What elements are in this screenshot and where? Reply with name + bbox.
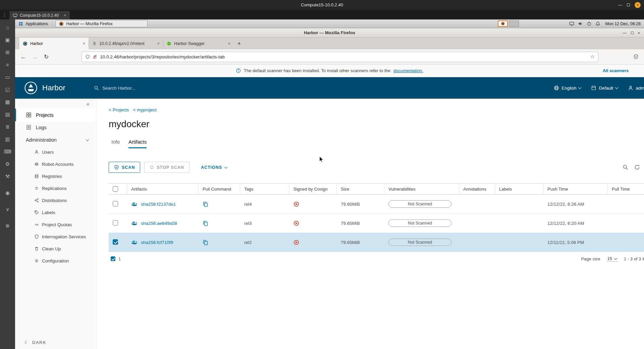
sidebar-item-replications[interactable]: Replications <box>15 182 96 194</box>
kebab-menu-icon[interactable]: ⋮ <box>0 12 9 17</box>
sidebar-item-logs[interactable]: Logs <box>15 121 96 134</box>
browser-tab-harbor[interactable]: Harbor × <box>19 38 89 49</box>
sidebar-item-registries[interactable]: Registries <box>15 170 96 182</box>
sidebar-collapse-button[interactable]: « <box>15 99 96 109</box>
reload-icon[interactable]: ↻ <box>44 54 49 60</box>
table-row-selected[interactable]: sha256:fcf710f9 rel2 79.65MiB <box>109 233 644 252</box>
dark-mode-toggle[interactable]: ☾ DARK <box>24 340 46 345</box>
toolbar-shield-icon[interactable] <box>633 54 639 59</box>
column-header[interactable]: Size <box>337 184 384 194</box>
copy-pull-command-icon[interactable] <box>203 240 208 245</box>
close-tab-icon[interactable]: × <box>157 41 160 46</box>
close-tab-icon[interactable]: × <box>228 41 230 46</box>
actions-dropdown-button[interactable]: ACTIONS <box>201 165 227 170</box>
settings-gear-icon[interactable]: ⚙ <box>0 161 15 167</box>
row-checkbox[interactable] <box>113 220 118 226</box>
fullscreen-icon[interactable]: ▣ <box>0 37 15 43</box>
sidebar-item-users[interactable]: Users <box>15 146 96 158</box>
table-row[interactable]: sha256:ae649a58 rel3 79.65MiB <box>109 214 644 233</box>
display-tray-icon[interactable] <box>569 21 574 26</box>
copy-pull-command-icon[interactable] <box>203 220 208 226</box>
column-header[interactable]: Pull Time <box>608 184 644 194</box>
global-search[interactable] <box>94 86 216 91</box>
workspace-1[interactable] <box>498 20 508 27</box>
documentation-link[interactable]: documentation. <box>393 68 423 73</box>
copy-pull-command-icon[interactable] <box>203 201 208 207</box>
sidebar-item-interrogation-services[interactable]: Interrogation Services <box>15 231 96 243</box>
minimize-icon[interactable]: — <box>618 3 622 7</box>
list-icon[interactable]: ≣ <box>0 123 15 130</box>
close-icon[interactable]: × <box>635 2 641 8</box>
power-icon[interactable] <box>587 21 592 26</box>
page-size-select[interactable]: 15 <box>606 256 618 262</box>
keyboard-icon[interactable]: ⌨ <box>0 148 15 155</box>
user-menu[interactable]: admin <box>628 85 644 91</box>
select-all-checkbox[interactable] <box>113 186 118 192</box>
disconnect-icon[interactable]: ⊗ <box>0 222 15 229</box>
forward-icon[interactable]: → <box>32 54 38 60</box>
sidebar-item-clean-up[interactable]: Clean Up <box>15 243 96 255</box>
theme-dropdown[interactable]: Default <box>591 85 618 91</box>
chevron-down-icon[interactable]: ∨ <box>0 206 15 213</box>
scaled-mode-icon[interactable]: ◱ <box>0 86 15 93</box>
search-input[interactable] <box>102 86 216 91</box>
windows-icon[interactable]: ▤ <box>0 111 15 118</box>
refresh-icon[interactable] <box>634 164 640 170</box>
firefox-titlebar[interactable]: Harbor — Mozilla Firefox — × <box>15 28 644 38</box>
breadcrumb-project-link[interactable]: < myproject <box>133 107 156 112</box>
sidebar-item-projects[interactable]: Projects <box>15 109 96 121</box>
sidebar-item-labels[interactable]: Labels <box>15 206 96 218</box>
column-header[interactable]: Pull Command <box>199 184 240 194</box>
artifact-digest-link[interactable]: sha256:f2137de1 <box>141 202 176 207</box>
home-icon[interactable]: ⌂ <box>0 24 15 31</box>
tools-icon[interactable]: ⚒ <box>0 173 15 180</box>
maximize-icon[interactable] <box>631 32 634 34</box>
table-row[interactable]: sha256:f2137de1 rel4 79.65MiB <box>109 195 644 214</box>
row-checkbox[interactable] <box>113 201 118 206</box>
screens-grid-icon[interactable]: ⊞ <box>0 49 15 56</box>
workspace-2[interactable] <box>509 20 519 27</box>
firefox-task-button[interactable]: Harbor — Mozilla Firefox <box>55 20 148 27</box>
close-icon[interactable]: × <box>638 31 640 35</box>
tab-info[interactable]: Info <box>111 139 120 148</box>
new-tab-button[interactable]: + <box>234 38 245 49</box>
language-dropdown[interactable]: English <box>554 85 581 91</box>
browser-tab-api[interactable]: 10.0.2.46/api/v2.0/retent × <box>89 38 163 49</box>
back-icon[interactable]: ← <box>20 54 26 60</box>
menu-lines-icon[interactable]: ≡ <box>0 61 15 68</box>
sidebar-item-project-quotas[interactable]: Project Quotas <box>15 218 96 231</box>
artifact-digest-link[interactable]: sha256:ae649a58 <box>141 221 177 226</box>
insecure-lock-icon[interactable] <box>93 54 97 59</box>
tracking-shield-icon[interactable] <box>85 54 90 59</box>
search-icon[interactable] <box>623 164 628 170</box>
all-scanners-link[interactable]: All scanners <box>603 68 629 73</box>
remote-connection-tab[interactable]: Compute15-10.0.2.40 × <box>9 11 70 19</box>
close-tab-icon[interactable]: × <box>64 13 66 18</box>
scan-button[interactable]: SCAN <box>109 162 140 173</box>
sidebar-item-robot-accounts[interactable]: Robot Accounts <box>15 158 96 170</box>
clock[interactable]: Mon 12 Dec, 06:28 <box>605 21 641 26</box>
column-header[interactable]: Vulnerabilities <box>384 184 459 194</box>
maximize-icon[interactable] <box>627 3 630 6</box>
screenshot-icon[interactable]: ◉ <box>0 190 15 196</box>
volume-icon[interactable] <box>578 21 583 26</box>
grid-mode-icon[interactable]: ▦ <box>0 99 15 105</box>
notification-bell-icon[interactable] <box>595 21 600 26</box>
column-header[interactable]: Push Time <box>543 184 608 194</box>
column-header[interactable]: Labels <box>495 184 543 194</box>
applications-menu-button[interactable]: Applications <box>15 19 51 28</box>
panels-icon[interactable]: ▥ <box>0 136 15 143</box>
bookmark-star-icon[interactable]: ☆ <box>590 54 595 60</box>
column-header[interactable]: Tags <box>240 184 289 194</box>
sidebar-item-configuration[interactable]: Configuration <box>15 255 96 267</box>
artifact-digest-link[interactable]: sha256:fcf710f9 <box>141 240 173 245</box>
browser-tab-swagger[interactable]: Harbor Swagger × <box>163 38 234 49</box>
minimize-icon[interactable]: — <box>623 31 627 35</box>
column-header[interactable]: Artifacts <box>127 184 199 194</box>
monitor-icon[interactable]: ▭ <box>0 74 15 81</box>
column-header[interactable]: Signed by Cosign <box>289 184 337 194</box>
stop-scan-button[interactable]: STOP SCAN <box>144 162 189 173</box>
tab-artifacts[interactable]: Artifacts <box>128 139 147 148</box>
url-bar[interactable]: 10.0.2.46/harbor/projects/3/repositories… <box>82 52 598 62</box>
sidebar-item-distributions[interactable]: Distributions <box>15 194 96 206</box>
